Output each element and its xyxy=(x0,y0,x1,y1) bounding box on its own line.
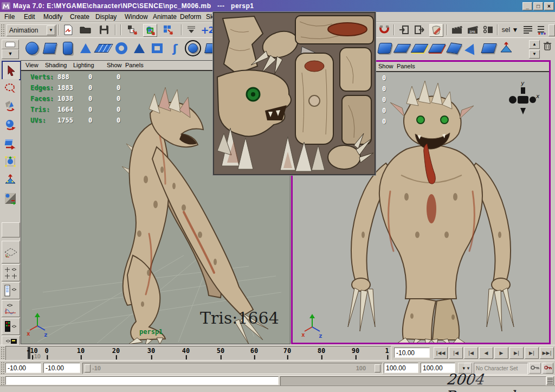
vp-menu-show[interactable]: Show xyxy=(378,63,393,69)
menu-deform[interactable]: Deform xyxy=(180,13,201,21)
character-set-selector[interactable]: No Character Set xyxy=(474,363,528,375)
animation-start-field[interactable] xyxy=(5,363,41,373)
render-icon[interactable] xyxy=(450,24,463,36)
poly-op-triangulate-icon[interactable] xyxy=(463,40,480,56)
select-component-icon[interactable] xyxy=(162,24,175,36)
auto-keyframe-icon[interactable] xyxy=(543,363,553,374)
scale-tool[interactable] xyxy=(2,153,19,170)
play-forwards-button[interactable]: ▶ xyxy=(494,347,508,359)
shelf-tab-icon[interactable] xyxy=(2,40,19,49)
save-scene-icon[interactable] xyxy=(98,24,111,36)
input-connections-icon[interactable] xyxy=(397,24,410,36)
command-line-input[interactable] xyxy=(5,376,279,385)
magnet-icon[interactable] xyxy=(378,24,391,36)
set-key-icon[interactable] xyxy=(529,363,541,374)
paint-select-tool[interactable] xyxy=(2,98,19,115)
menu-animate[interactable]: Animate xyxy=(153,13,177,21)
step-back-key-button[interactable]: |◀ xyxy=(464,347,478,359)
poly-op-quadrangulate-icon[interactable] xyxy=(481,40,497,56)
menu-file[interactable]: File xyxy=(4,13,15,21)
command-line-drag-handle[interactable] xyxy=(1,377,4,385)
poly-op-splitvertex-icon[interactable] xyxy=(411,40,428,56)
poly-op-spin-icon[interactable] xyxy=(498,40,514,56)
select-hierarchy-icon[interactable] xyxy=(126,24,139,36)
playback-end-field[interactable] xyxy=(384,363,418,373)
construction-history-icon[interactable] xyxy=(429,24,443,37)
time-slider-drag-handle[interactable] xyxy=(1,346,4,359)
toolbar-expand-icon[interactable] xyxy=(548,24,555,36)
playback-start-field[interactable] xyxy=(43,363,80,373)
poly-sphere-icon[interactable] xyxy=(24,40,40,56)
new-scene-icon[interactable] xyxy=(62,24,75,36)
select-object-icon[interactable] xyxy=(143,24,157,37)
range-slider-bar[interactable]: -10 100 xyxy=(82,363,383,374)
soft-modification-tool[interactable] xyxy=(2,190,19,207)
minimize-button[interactable]: _ xyxy=(522,2,532,10)
go-to-end-button[interactable]: ▶▶| xyxy=(540,347,554,359)
vp-menu-lighting[interactable]: Lighting xyxy=(73,62,94,68)
poly-helix-icon[interactable]: ʃ xyxy=(167,40,183,56)
restore-button[interactable]: □ xyxy=(533,2,543,10)
trash-icon[interactable] xyxy=(543,41,552,53)
poly-cube-icon[interactable] xyxy=(42,40,58,56)
shelf-scroll-down-icon[interactable]: ▼ xyxy=(529,50,540,59)
move-tool[interactable] xyxy=(2,116,19,133)
poly-pipe-icon[interactable] xyxy=(149,40,165,56)
last-tool-slot[interactable] xyxy=(2,222,20,237)
vp-menu-show[interactable]: Show xyxy=(107,62,122,68)
character-set-menu-arrow-icon[interactable]: ▼▼ xyxy=(458,363,472,374)
poly-torus-icon[interactable] xyxy=(113,40,130,56)
shelf-scroll-up-icon[interactable]: ▲ xyxy=(529,40,540,49)
channel-box-icon[interactable] xyxy=(521,24,534,36)
script-editor-icon[interactable] xyxy=(546,376,554,385)
poly-cylinder-icon[interactable] xyxy=(60,40,76,56)
animation-end-field[interactable] xyxy=(421,363,455,373)
poly-op-smooth-icon[interactable] xyxy=(377,40,393,56)
poly-cone-icon[interactable] xyxy=(78,40,94,56)
layout-persp-graph-button[interactable] xyxy=(2,300,20,317)
close-button[interactable]: × xyxy=(544,2,554,10)
range-slider-drag-handle[interactable] xyxy=(1,362,4,375)
toolbar-drag-handle[interactable] xyxy=(1,24,4,36)
menu-window[interactable]: Window xyxy=(125,13,148,21)
vp-menu-panels[interactable]: Panels xyxy=(397,63,415,69)
menu-create[interactable]: Create xyxy=(70,13,89,21)
universal-manipulator-tool[interactable] xyxy=(2,171,19,189)
step-forward-frame-button[interactable]: ▶| xyxy=(525,347,539,359)
menu-edit[interactable]: Edit xyxy=(24,13,35,21)
step-forward-key-button[interactable]: ▶| xyxy=(509,347,524,359)
lasso-tool[interactable] xyxy=(2,79,19,97)
ipr-render-icon[interactable]: IPR xyxy=(466,24,479,36)
current-time-field[interactable] xyxy=(394,348,430,358)
title-bar[interactable]: Maya 7.0: E:\MYGAME\character\NPC\SENCE\… xyxy=(0,0,555,12)
mode-selector[interactable]: Animation ▼ xyxy=(7,24,56,36)
play-backwards-button[interactable]: ◀ xyxy=(479,347,493,359)
layout-outliner-persp-button[interactable] xyxy=(2,282,20,299)
go-to-start-button[interactable]: |◀◀ xyxy=(434,347,448,359)
poly-soccerball-icon[interactable] xyxy=(185,40,201,56)
poly-op-extrude-icon[interactable] xyxy=(394,40,410,56)
step-back-frame-button[interactable]: |◀ xyxy=(449,347,463,359)
menu-skin[interactable]: Sk xyxy=(206,13,214,21)
select-tool[interactable] xyxy=(2,61,21,80)
vp-menu-view[interactable]: View xyxy=(25,62,38,68)
range-end-handle[interactable] xyxy=(375,364,380,372)
time-slider[interactable]: -10 -10 0 10 20 30 40 50 60 70 80 90 1 xyxy=(5,346,391,361)
poly-pyramid-icon[interactable] xyxy=(131,40,147,56)
poly-op-merge-icon[interactable] xyxy=(429,40,445,56)
shelf-menu-arrow-icon[interactable]: ▼ xyxy=(2,49,19,59)
menu-display[interactable]: Display xyxy=(95,13,117,21)
snap-grid-icon[interactable] xyxy=(185,24,198,36)
render-settings-icon[interactable] xyxy=(482,24,495,36)
layout-single-pane-button[interactable] xyxy=(2,241,20,264)
layout-hypershade-persp-button[interactable] xyxy=(2,318,20,335)
poly-plane-icon[interactable] xyxy=(95,40,112,56)
vp-menu-shading[interactable]: Shading xyxy=(45,62,67,68)
layer-editor-icon[interactable] xyxy=(535,24,548,36)
menu-modify[interactable]: Modify xyxy=(43,13,62,21)
layout-four-pane-button[interactable] xyxy=(2,264,20,281)
mode-selector-arrow-icon[interactable]: ▼ xyxy=(47,25,55,35)
output-connections-icon[interactable] xyxy=(413,24,426,36)
poly-op-bevel-icon[interactable] xyxy=(446,40,462,56)
open-scene-icon[interactable] xyxy=(79,24,92,36)
